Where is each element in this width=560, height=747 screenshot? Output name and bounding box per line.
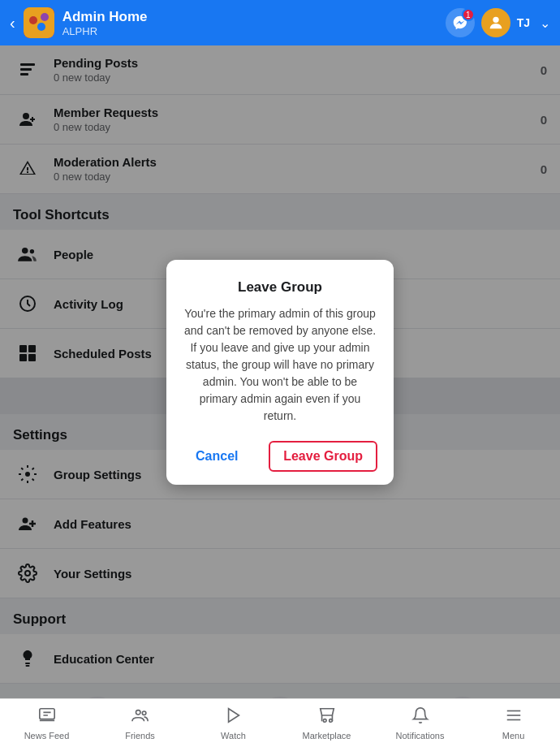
- svg-point-4: [493, 17, 498, 23]
- dialog-body: You're the primary admin of this group a…: [183, 305, 377, 425]
- svg-marker-28: [228, 708, 239, 722]
- profile-initial: TJ: [517, 16, 530, 29]
- nav-watch-label: Watch: [221, 731, 246, 741]
- dialog-title: Leave Group: [183, 279, 377, 296]
- dialog-confirm-button[interactable]: Leave Group: [269, 441, 377, 472]
- svg-point-26: [136, 710, 140, 715]
- nav-marketplace-label: Marketplace: [303, 731, 351, 741]
- group-avatar: [24, 7, 54, 38]
- svg-point-2: [41, 13, 49, 21]
- nav-item-menu[interactable]: Menu: [467, 706, 560, 741]
- menu-icon: [505, 706, 523, 728]
- app-header: ‹ Admin Home ALPHR 1 TJ ⌄: [0, 0, 560, 45]
- notifications-icon: [411, 706, 429, 728]
- nav-item-watch[interactable]: Watch: [187, 706, 280, 741]
- svg-rect-0: [24, 7, 54, 38]
- header-title: Admin Home: [62, 9, 446, 25]
- watch-icon: [225, 706, 243, 728]
- nav-notifications-label: Notifications: [396, 731, 445, 741]
- nav-item-marketplace[interactable]: Marketplace: [280, 706, 373, 741]
- leave-group-dialog: Leave Group You're the primary admin of …: [166, 260, 394, 485]
- nav-menu-label: Menu: [502, 731, 525, 741]
- nav-friends-label: Friends: [125, 731, 155, 741]
- dialog-cancel-button[interactable]: Cancel: [183, 443, 251, 470]
- nav-news-feed-label: News Feed: [24, 731, 70, 741]
- chevron-down-icon[interactable]: ⌄: [540, 15, 550, 31]
- marketplace-icon: [318, 706, 336, 728]
- friends-icon: [131, 706, 149, 728]
- nav-item-notifications[interactable]: Notifications: [373, 706, 467, 741]
- header-subtitle: ALPHR: [62, 25, 446, 37]
- svg-point-1: [29, 16, 37, 24]
- header-title-area: Admin Home ALPHR: [62, 9, 446, 37]
- messenger-button[interactable]: 1: [446, 8, 475, 37]
- header-icons: 1 TJ ⌄: [446, 8, 550, 37]
- notification-badge: 1: [462, 8, 475, 21]
- back-button[interactable]: ‹: [10, 14, 15, 32]
- svg-point-27: [142, 710, 146, 715]
- profile-button[interactable]: [481, 8, 510, 37]
- svg-point-3: [37, 23, 45, 31]
- nav-item-friends[interactable]: Friends: [93, 706, 187, 741]
- svg-point-29: [323, 719, 326, 722]
- dialog-overlay: Leave Group You're the primary admin of …: [0, 45, 560, 698]
- bottom-nav: News Feed Friends Watch: [0, 698, 560, 747]
- nav-item-news-feed[interactable]: News Feed: [0, 706, 93, 741]
- dialog-buttons: Cancel Leave Group: [183, 441, 377, 472]
- svg-rect-25: [39, 708, 54, 719]
- news-feed-icon: [38, 706, 56, 728]
